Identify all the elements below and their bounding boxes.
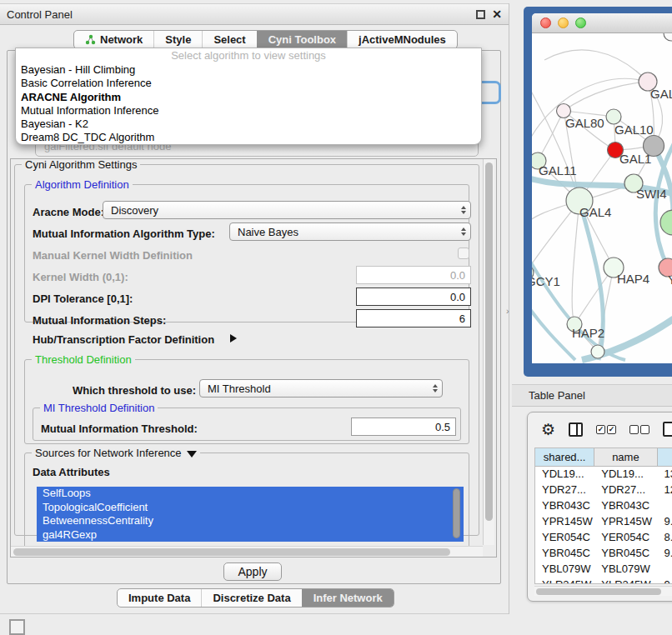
split-columns-icon[interactable] xyxy=(569,422,583,437)
aracne-mode-combo[interactable]: Discovery xyxy=(103,201,471,219)
kernel-width-label: Kernel Width (0,1): xyxy=(33,271,128,283)
node-label: HAP2 xyxy=(572,326,604,340)
minimize-window-icon[interactable] xyxy=(558,18,569,28)
table-row[interactable]: YLR345WYLR345W9. xyxy=(535,578,672,584)
panel-bottom-edge xyxy=(0,613,509,614)
splitter-handle-icon[interactable]: › xyxy=(506,305,513,317)
kernel-width-field[interactable]: 0.0 xyxy=(356,266,471,284)
attribute-item-selected[interactable]: TopologicalCoefficient xyxy=(37,501,464,515)
network-icon xyxy=(85,34,96,45)
manual-kernel-checkbox[interactable] xyxy=(458,248,469,259)
algorithm-popup-placeholder: Select algorithm to view settings xyxy=(16,48,481,63)
cyni-bottom-tabs: Impute Data Discretize Data Infer Networ… xyxy=(117,588,394,608)
network-view-frame: GAL7 GAL80 GAL10 GAL1 GAL11 SWI4 GAL4 GC… xyxy=(524,7,672,377)
table-row[interactable]: YBR045CYBR045C9. xyxy=(535,546,672,562)
mi-threshold-group-title: MI Threshold Definition xyxy=(40,402,158,414)
network-node[interactable] xyxy=(660,210,672,235)
table-row[interactable]: YPR145WYPR145W9. xyxy=(535,514,672,530)
network-canvas[interactable]: GAL7 GAL80 GAL10 GAL1 GAL11 SWI4 GAL4 GC… xyxy=(532,33,672,363)
aracne-mode-label: Aracne Mode: xyxy=(33,206,104,218)
hub-expand-arrow-icon[interactable] xyxy=(230,334,237,342)
combo-arrows-icon xyxy=(433,384,438,392)
tab-cyni-toolbox[interactable]: Cyni Toolbox xyxy=(257,31,347,48)
settings-horizontal-scrollbar[interactable] xyxy=(11,546,483,557)
control-panel-tabs: Network Style Select Cyni Toolbox jActiv… xyxy=(73,30,458,49)
network-node[interactable] xyxy=(664,33,672,41)
dpi-tolerance-field[interactable]: 0.0 xyxy=(356,288,471,306)
node-label: SWI4 xyxy=(636,187,667,201)
table-toolbar: ⚙ ✓✓ xyxy=(528,412,672,446)
mi-type-label: Mutual Information Algorithm Type: xyxy=(33,228,215,240)
sources-collapse-arrow-icon[interactable] xyxy=(187,451,197,458)
attribute-item-selected[interactable]: BetweennessCentrality xyxy=(37,514,464,528)
control-panel-title: Control Panel xyxy=(7,8,73,21)
tab-network[interactable]: Network xyxy=(74,31,153,48)
close-panel-icon[interactable]: ✕ xyxy=(492,10,502,19)
aracne-mode-value: Discovery xyxy=(111,204,158,217)
tab-style[interactable]: Style xyxy=(153,31,202,48)
mi-threshold-field[interactable]: 0.5 xyxy=(351,418,456,436)
apply-button[interactable]: Apply xyxy=(223,562,282,581)
algorithm-option[interactable]: Bayesian - K2 xyxy=(16,118,481,131)
gear-icon[interactable]: ⚙ xyxy=(541,422,555,438)
node-label: GAL10 xyxy=(614,122,654,137)
node-label: GAL80 xyxy=(565,116,604,130)
network-window-titlebar[interactable] xyxy=(532,13,672,33)
which-threshold-label: Which threshold to use: xyxy=(73,384,196,397)
tab-infer-network[interactable]: Infer Network xyxy=(302,589,394,607)
control-panel-titlebar: Control Panel ✕ xyxy=(0,3,509,25)
node-label: Y xyxy=(668,272,672,287)
screen: Control Panel ✕ Network Style Select Cyn… xyxy=(0,0,672,635)
deselect-all-checks-icon[interactable] xyxy=(629,425,649,434)
algorithm-option[interactable]: Bayesian - Hill Climbing xyxy=(16,63,481,77)
column-header-shared-name[interactable]: shared... xyxy=(535,448,594,467)
node-label: GCY1 xyxy=(532,274,560,288)
algorithm-option[interactable]: Mutual Information Inference xyxy=(16,104,481,118)
select-all-checks-icon[interactable]: ✓✓ xyxy=(596,425,616,434)
mi-type-combo[interactable]: Naive Bayes xyxy=(229,222,471,241)
tab-select[interactable]: Select xyxy=(202,31,256,48)
attribute-list-scrollbar[interactable] xyxy=(453,488,461,540)
column-header-name[interactable]: name xyxy=(594,448,657,467)
mi-threshold-label: Mutual Information Threshold: xyxy=(41,422,198,435)
network-window[interactable]: GAL7 GAL80 GAL10 GAL1 GAL11 SWI4 GAL4 GC… xyxy=(532,13,672,363)
data-attributes-label: Data Attributes xyxy=(33,466,110,478)
algorithm-definition-title: Algorithm Definition xyxy=(32,178,133,191)
tab-discretize-data[interactable]: Discretize Data xyxy=(201,589,301,607)
which-threshold-combo[interactable]: MI Threshold xyxy=(199,379,443,398)
algorithm-option[interactable]: Basic Correlation Inference xyxy=(16,77,481,90)
network-graph: GAL7 GAL80 GAL10 GAL1 GAL11 SWI4 GAL4 GC… xyxy=(532,33,672,363)
zoom-window-icon[interactable] xyxy=(575,18,586,28)
node-label: HAP4 xyxy=(617,272,649,286)
threshold-definition-title: Threshold Definition xyxy=(32,353,135,366)
table-row[interactable]: YBL079WYBL079W xyxy=(535,562,672,578)
close-window-icon[interactable] xyxy=(540,18,551,28)
new-table-icon[interactable] xyxy=(663,422,672,437)
table-row[interactable]: YDR27...YDR27...12 xyxy=(535,482,672,498)
network-node[interactable] xyxy=(591,345,604,358)
node-label: GAL7 xyxy=(650,87,672,101)
tab-jactivemnodules[interactable]: jActiveMNodules xyxy=(347,31,457,48)
table-panel-header: Table Panel xyxy=(512,384,672,407)
table-row[interactable]: YBR043CYBR043C xyxy=(535,498,672,514)
float-panel-icon[interactable] xyxy=(476,10,485,19)
table-row[interactable]: YDL19...YDL19...13 xyxy=(535,467,672,482)
docked-panel-icon[interactable] xyxy=(9,619,25,635)
table-panel-window: ⚙ ✓✓ shared... name A YDL19...YDL19...13… xyxy=(527,412,672,602)
table-horizontal-scrollbar[interactable] xyxy=(534,586,672,596)
settings-vertical-scrollbar[interactable] xyxy=(483,159,494,545)
attribute-item-selected[interactable]: gal4RGexp xyxy=(37,528,464,542)
tab-impute-data[interactable]: Impute Data xyxy=(118,589,201,607)
table-panel-title: Table Panel xyxy=(529,389,585,402)
column-header-clipped[interactable]: A xyxy=(658,448,672,467)
node-label: GAL4 xyxy=(579,205,611,219)
algorithm-option[interactable]: Dream8 DC_TDC Algorithm xyxy=(16,131,481,144)
mi-steps-field[interactable]: 6 xyxy=(356,309,471,328)
attribute-item-selected[interactable]: SelfLoops xyxy=(37,487,464,501)
cyni-settings-group-title: Cyni Algorithm Settings xyxy=(22,158,140,171)
table-row[interactable]: YER054CYER054C8. xyxy=(535,530,672,546)
node-label: GAL11 xyxy=(539,163,577,178)
hub-definition-label: Hub/Transcription Factor Definition xyxy=(33,333,214,346)
algorithm-option-selected[interactable]: ARACNE Algorithm xyxy=(16,91,481,104)
sources-group-title: Sources for Network Inference xyxy=(32,447,200,459)
